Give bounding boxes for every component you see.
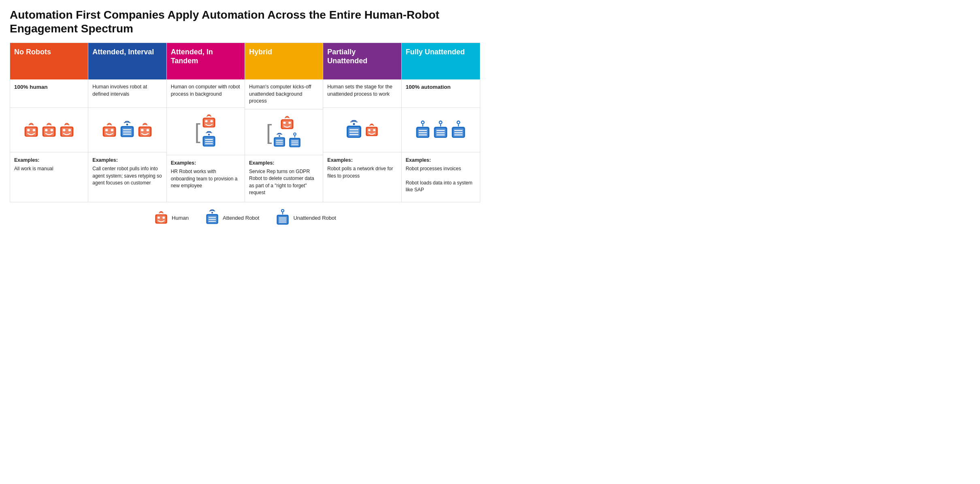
- svg-point-108: [211, 212, 213, 214]
- svg-rect-54: [283, 122, 286, 124]
- svg-point-97: [458, 121, 460, 123]
- svg-point-32: [126, 124, 128, 126]
- desc-hybrid: Human's computer kicks-off unattended ba…: [245, 79, 323, 109]
- examples-attended-tandem: Examples: HR Robot works with onboarding…: [167, 155, 245, 202]
- legend-attended-icon: [205, 209, 219, 227]
- examples-attended-interval: Examples: Call center robot pulls info i…: [88, 152, 166, 202]
- human-icon-1: [23, 122, 39, 138]
- legend-human: Human: [154, 210, 189, 225]
- svg-rect-31: [111, 129, 113, 131]
- legend-unattended-icon: [275, 209, 290, 227]
- header-hybrid: Hybrid: [245, 43, 323, 79]
- svg-point-56: [279, 135, 280, 137]
- attended-icon-pu1: [345, 120, 363, 141]
- svg-rect-23: [51, 129, 53, 131]
- examples-text-fu2: Robot loads data into a system like SAP: [406, 180, 476, 194]
- examples-label-no-robots: Examples:: [14, 156, 84, 164]
- examples-text-at: HR Robot works with onboarding team to p…: [171, 169, 238, 188]
- examples-text-h: Service Rep turns on GDPR Robot to delet…: [249, 169, 314, 195]
- svg-rect-41: [147, 129, 149, 131]
- col-fully-unattended: Fully Unattended 100% automation: [402, 43, 480, 202]
- svg-rect-22: [45, 129, 47, 131]
- svg-rect-106: [158, 217, 160, 219]
- svg-point-89: [440, 121, 442, 123]
- svg-rect-44: [205, 120, 208, 122]
- svg-rect-107: [162, 217, 165, 219]
- svg-point-115: [282, 210, 283, 212]
- unattended-icon-fu2: [432, 120, 449, 140]
- desc-no-robots: 100% human: [10, 79, 88, 108]
- header-label-hybrid: Hybrid: [249, 48, 272, 57]
- desc-fully-unattended: 100% automation: [402, 79, 480, 108]
- examples-no-robots: Examples: All work is manual: [10, 152, 88, 202]
- unattended-icon-hybrid: [288, 132, 302, 149]
- svg-point-63: [294, 133, 296, 135]
- open-bracket-hybrid: [: [266, 122, 272, 143]
- icons-attended-interval: [88, 108, 166, 152]
- examples-text-fu1: Robot processes invoices: [406, 165, 476, 172]
- svg-rect-45: [211, 120, 213, 122]
- svg-point-46: [208, 134, 210, 135]
- examples-label-at: Examples:: [171, 159, 241, 167]
- desc-attended-interval: Human involves robot at defined interval…: [88, 79, 166, 108]
- svg-rect-30: [105, 129, 108, 131]
- svg-rect-78: [368, 129, 371, 131]
- legend-unattended-label: Unattended Robot: [293, 215, 336, 221]
- svg-rect-79: [373, 129, 376, 131]
- examples-label-pu: Examples:: [327, 156, 397, 164]
- examples-label-h: Examples:: [249, 159, 319, 167]
- icons-partially-unattended: [323, 108, 401, 152]
- header-attended-tandem: Attended, In Tandem: [167, 43, 245, 79]
- svg-rect-18: [27, 129, 30, 131]
- header-label-partially-unattended: Partially Unattended: [327, 48, 397, 65]
- legend-attended-label: Attended Robot: [223, 215, 259, 221]
- unattended-icon-fu1: [415, 120, 431, 140]
- icons-hybrid: [: [245, 109, 323, 155]
- header-partially-unattended: Partially Unattended: [323, 43, 401, 79]
- svg-rect-40: [141, 129, 143, 131]
- examples-fully-unattended: Examples: Robot processes invoices Robot…: [402, 152, 480, 202]
- header-no-robots: No Robots: [10, 43, 88, 79]
- legend-unattended: Unattended Robot: [275, 209, 336, 227]
- col-attended-tandem: Attended, In Tandem Human on computer wi…: [167, 43, 245, 202]
- examples-text-ai: Call center robot pulls info into agent …: [92, 166, 162, 186]
- header-fully-unattended: Fully Unattended: [402, 43, 480, 79]
- header-label-attended-tandem: Attended, In Tandem: [171, 48, 241, 65]
- legend-human-icon: [154, 210, 168, 225]
- hybrid-bracket-group: [: [266, 115, 302, 149]
- legend: Human Attended Robot Unattended Robot: [10, 209, 480, 227]
- attended-icon-hybrid: [273, 132, 286, 149]
- icons-fully-unattended: [402, 108, 480, 152]
- examples-label-fu: Examples:: [406, 156, 476, 164]
- svg-point-70: [353, 123, 355, 125]
- human-icon-hybrid: [279, 115, 295, 131]
- svg-rect-26: [63, 129, 65, 131]
- svg-point-81: [422, 121, 424, 123]
- desc-partially-unattended: Human sets the stage for the unattended …: [323, 79, 401, 108]
- human-icon-ai2: [137, 122, 153, 138]
- svg-rect-55: [289, 122, 291, 124]
- icons-attended-tandem: [: [167, 108, 245, 155]
- svg-rect-27: [68, 129, 71, 131]
- col-no-robots: No Robots 100% human: [10, 43, 88, 202]
- attended-icon-ai1: [119, 120, 135, 140]
- attended-icon-tandem: [201, 131, 217, 149]
- legend-human-label: Human: [172, 215, 189, 221]
- legend-attended: Attended Robot: [205, 209, 259, 227]
- col-partially-unattended: Partially Unattended Human sets the stag…: [323, 43, 401, 202]
- human-icon-2: [41, 122, 57, 138]
- human-icon-tandem: [201, 114, 217, 129]
- examples-text-no-robots: All work is manual: [14, 166, 53, 171]
- examples-partially-unattended: Examples: Robot polls a network drive fo…: [323, 152, 401, 202]
- col-attended-interval: Attended, Interval Human involves robot …: [88, 43, 166, 202]
- examples-hybrid: Examples: Service Rep turns on GDPR Robo…: [245, 155, 323, 202]
- tandem-bracket-group: [: [195, 114, 217, 149]
- examples-label-ai: Examples:: [92, 156, 162, 164]
- header-label-fully-unattended: Fully Unattended: [406, 48, 465, 57]
- unattended-icon-fu3: [450, 120, 467, 140]
- page-title: Automation First Companies Apply Automat…: [10, 8, 480, 35]
- human-icon-ai1: [101, 122, 117, 138]
- icons-no-robots: [10, 108, 88, 152]
- human-icon-pu: [364, 123, 379, 137]
- header-label-no-robots: No Robots: [14, 48, 51, 57]
